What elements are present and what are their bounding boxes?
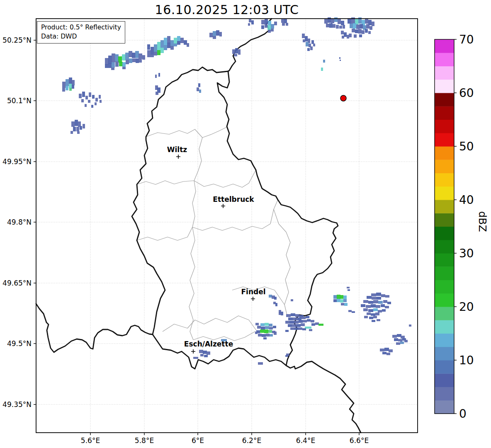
radar-echo-cell <box>373 308 378 311</box>
radar-echo-cell <box>70 131 73 134</box>
radar-echo-cell <box>170 46 174 50</box>
radar-echo-cell <box>291 299 293 301</box>
radar-echo-cell <box>216 30 219 36</box>
radar-echo-cell <box>257 326 261 329</box>
radar-echo-cell <box>381 294 385 297</box>
radar-echo-cell <box>294 327 299 330</box>
radar-echo-cell <box>307 48 310 51</box>
radar-echo-cell <box>377 297 381 300</box>
radar-echo-cell <box>368 301 373 304</box>
radar-echo-cell <box>348 310 352 312</box>
radar-echo-cell <box>367 296 372 299</box>
radar-echo-cell <box>343 25 345 29</box>
radar-echo-cell <box>349 34 352 37</box>
y-tick-label: 49.8°N <box>7 218 32 226</box>
radar-echo-cell <box>324 19 328 24</box>
colorbar-band <box>435 373 454 387</box>
radar-echo-cell <box>302 34 305 38</box>
radar-echo-cell <box>369 26 372 30</box>
radar-echo-cell <box>80 126 82 130</box>
radar-echo-cell <box>89 92 91 97</box>
radar-echo-cell <box>303 39 305 42</box>
radar-echo-cell <box>157 42 160 51</box>
radar-echo-cell <box>122 62 126 67</box>
colorbar-band <box>435 213 454 227</box>
radar-echo-cell <box>279 312 281 315</box>
colorbar-band <box>435 146 454 160</box>
radar-echo-cell <box>396 342 400 345</box>
colorbar-band <box>435 80 454 93</box>
radar-echo-cell <box>341 303 344 305</box>
radar-echo-cell <box>177 36 180 41</box>
radar-echo-cell <box>122 67 126 69</box>
radar-echo-cell <box>203 351 207 354</box>
colorbar-band <box>435 200 454 213</box>
radar-echo-cell <box>347 287 350 288</box>
radar-echo-cell <box>197 87 199 91</box>
radar-echo-cell <box>269 324 272 327</box>
radar-echo-cell <box>359 34 362 37</box>
radar-echo-cell <box>344 32 347 37</box>
radar-echo-cell <box>100 100 102 103</box>
radar-echo-cell <box>331 19 334 23</box>
radar-echo-cell <box>164 45 167 50</box>
radar-echo-cell <box>341 31 344 34</box>
radar-echo-cell <box>249 19 251 22</box>
colorbar-tick-label: 0 <box>459 407 467 421</box>
colorbar-band <box>435 266 454 280</box>
radar-echo-cell <box>366 24 369 29</box>
radar-echo-cell <box>372 22 374 26</box>
colorbar-band <box>435 173 454 187</box>
radar-echo-cell <box>386 353 390 355</box>
radar-echo-cell <box>95 102 97 105</box>
radar-echo-cell <box>367 312 371 315</box>
radar-echo-cell <box>125 53 129 60</box>
radar-echo-cell <box>273 326 276 328</box>
radar-echo-cell <box>207 351 210 355</box>
colorbar-tick-label: 20 <box>459 300 474 314</box>
radar-echo-cell <box>382 352 386 354</box>
radar-echo-cell <box>376 305 380 308</box>
radar-echo-cell <box>297 317 301 320</box>
radar-map-canvas: WiltzEttelbruckFindelEsch/Alzette 5.6°E5… <box>0 0 491 448</box>
radar-echo-cell <box>282 23 285 26</box>
radar-echo-cell <box>288 317 293 320</box>
radar-echo-cell <box>356 24 360 29</box>
radar-echo-cell <box>69 77 72 84</box>
x-tick-label: 6.2°E <box>242 436 261 445</box>
radar-echo-cell <box>71 121 75 127</box>
radar-echo-cell <box>108 63 112 68</box>
radar-echo-cell <box>112 62 115 68</box>
radar-echo-cell <box>261 20 265 24</box>
radar-echo-cell <box>274 297 277 300</box>
radar-echo-cell <box>387 302 391 304</box>
radar-echo-cell <box>73 127 76 131</box>
radar-echo-cell <box>187 43 189 47</box>
radar-echo-cell <box>83 124 85 128</box>
radar-echo-cell <box>269 295 272 298</box>
radar-echo-cell <box>337 295 340 299</box>
city-label: Esch/Alzette <box>184 340 233 348</box>
radar-echo-cell <box>108 56 112 64</box>
radar-echo-cell <box>398 339 402 341</box>
radar-echo-cell <box>88 100 90 103</box>
radar-echo-cell <box>348 289 350 291</box>
colorbar-band <box>435 133 454 147</box>
radar-echo-cell <box>76 127 79 131</box>
radar-echo-cell <box>204 355 208 357</box>
radar-echo-cell <box>119 62 123 66</box>
radar-echo-cell <box>66 86 68 90</box>
radar-echo-cell <box>147 50 151 57</box>
product-info-line2: Data: DWD <box>41 32 121 41</box>
radar-echo-cell <box>334 17 338 22</box>
radar-echo-cell <box>263 337 267 339</box>
radar-echo-cell <box>333 299 337 302</box>
radar-echo-cell <box>72 85 74 89</box>
radar-echo-cell <box>361 304 365 307</box>
radar-echo-cell <box>258 334 262 337</box>
radar-echo-cell <box>99 95 101 99</box>
radar-echo-cell <box>160 40 164 48</box>
colorbar-unit-label: dBZ <box>476 211 489 232</box>
radar-echo-cell <box>378 301 383 304</box>
radar-echo-cell <box>378 310 382 312</box>
